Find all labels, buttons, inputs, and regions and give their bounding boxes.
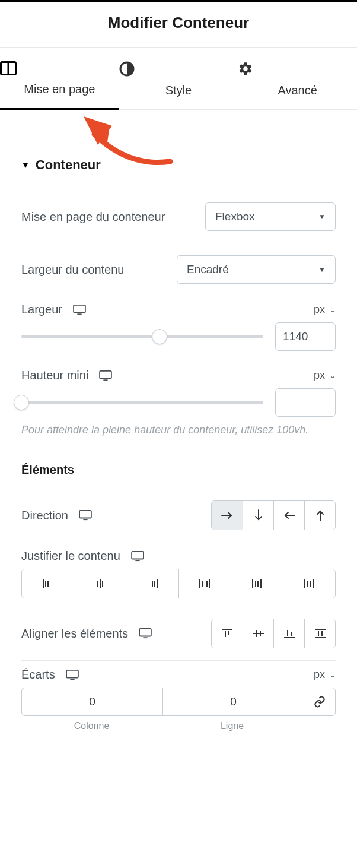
caret-down-icon: ▼ [21, 160, 30, 170]
slider-width[interactable] [21, 335, 263, 338]
select-value: Flexbox [215, 210, 255, 223]
tab-advanced[interactable]: Avancé [238, 48, 357, 109]
row-width-header: Largeur px ⌄ [21, 296, 336, 319]
row-justify-header: Justifier le contenu [21, 542, 336, 565]
direction-column-reverse[interactable] [304, 501, 335, 530]
align-stretch[interactable] [304, 619, 335, 648]
link-values-toggle[interactable] [304, 688, 336, 716]
label-gaps: Écarts [21, 668, 55, 682]
direction-column[interactable] [243, 501, 273, 530]
direction-row-reverse[interactable] [273, 501, 304, 530]
row-container-layout: Mise en page du conteneur Flexbox ▼ [21, 191, 336, 243]
svg-rect-10 [83, 519, 87, 520]
label-align: Aligner les éléments [21, 627, 128, 641]
chevron-down-icon: ⌄ [330, 306, 336, 314]
panel-title: Modifier Conteneur [0, 14, 357, 32]
row-content-width: Largeur du contenu Encadré ▼ [21, 243, 336, 296]
section-title: Conteneur [36, 157, 101, 173]
svg-rect-54 [70, 679, 74, 680]
chevron-down-icon: ▼ [318, 265, 326, 274]
hint-minheight: Pour atteindre la pleine hauteur du cont… [21, 423, 336, 438]
unit-select-gaps[interactable]: px ⌄ [314, 669, 336, 681]
responsive-icon[interactable] [73, 305, 86, 315]
svg-rect-39 [143, 637, 147, 638]
justify-space-between[interactable] [179, 569, 231, 598]
responsive-icon[interactable] [139, 628, 152, 639]
justify-space-around[interactable] [231, 569, 283, 598]
chevron-down-icon: ⌄ [330, 372, 336, 380]
tab-label: Mise en page [24, 83, 95, 96]
row-gaps-header: Écarts px ⌄ [21, 661, 336, 684]
svg-marker-3 [94, 128, 114, 148]
slider-thumb[interactable] [152, 329, 167, 344]
direction-group [211, 500, 336, 530]
align-center[interactable] [243, 619, 273, 648]
align-start[interactable] [212, 619, 243, 648]
svg-rect-53 [66, 670, 78, 678]
chevron-down-icon: ⌄ [330, 671, 336, 679]
gear-icon [238, 61, 357, 77]
responsive-icon[interactable] [66, 670, 79, 680]
svg-rect-7 [100, 370, 111, 378]
gaps-inputs [21, 688, 336, 716]
unit-value: px [314, 669, 325, 681]
svg-marker-4 [84, 116, 112, 145]
sublabel-row: Ligne [162, 721, 302, 731]
svg-rect-9 [79, 511, 91, 518]
unit-select-width[interactable]: px ⌄ [314, 303, 336, 316]
svg-rect-16 [135, 560, 139, 561]
gaps-sublabels: Colonne Ligne [21, 721, 336, 731]
row-direction: Direction [21, 489, 336, 542]
responsive-icon[interactable] [99, 370, 112, 381]
svg-rect-5 [74, 305, 85, 312]
tab-layout[interactable]: Mise en page [0, 48, 119, 109]
select-container-layout[interactable]: Flexbox ▼ [205, 202, 336, 231]
direction-row[interactable] [212, 501, 243, 530]
label-content-width: Largeur du contenu [21, 263, 124, 277]
label-justify: Justifier le contenu [21, 549, 120, 563]
responsive-icon[interactable] [79, 510, 92, 521]
row-minheight-header: Hauteur mini px ⌄ [21, 362, 336, 385]
unit-value: px [314, 369, 325, 382]
row-align: Aligner les éléments [21, 607, 336, 660]
heading-elements: Éléments [21, 463, 74, 477]
justify-center[interactable] [74, 569, 126, 598]
align-end[interactable] [273, 619, 304, 648]
unit-select-minheight[interactable]: px ⌄ [314, 369, 336, 382]
label-width: Largeur [21, 303, 62, 316]
input-gap-row[interactable] [162, 688, 304, 716]
input-minheight[interactable] [275, 388, 336, 417]
tab-label: Style [165, 84, 192, 97]
select-value: Encadré [187, 263, 229, 276]
unit-value: px [314, 303, 325, 316]
justify-space-evenly[interactable] [283, 569, 335, 598]
svg-rect-6 [77, 313, 81, 315]
svg-rect-15 [132, 552, 144, 559]
svg-rect-8 [104, 379, 108, 381]
tabs: Mise en page Style Avancé [0, 47, 357, 110]
panel-body: ▼ Conteneur Mise en page du conteneur Fl… [0, 110, 357, 743]
align-group [211, 619, 336, 648]
contrast-icon [119, 61, 238, 77]
svg-rect-38 [139, 629, 151, 636]
slider-thumb[interactable] [14, 395, 29, 410]
panel-header: Modifier Conteneur [0, 0, 357, 47]
chevron-down-icon: ▼ [318, 213, 326, 221]
label-direction: Direction [21, 509, 68, 522]
tab-style[interactable]: Style [119, 48, 238, 109]
responsive-icon[interactable] [131, 551, 144, 562]
justify-end[interactable] [126, 569, 178, 598]
label-container-layout: Mise en page du conteneur [21, 210, 165, 224]
input-width[interactable] [275, 322, 336, 351]
layout-icon [0, 61, 119, 75]
slider-minheight[interactable] [21, 401, 263, 404]
tab-label: Avancé [278, 84, 317, 97]
justify-group [21, 569, 336, 598]
sublabel-column: Colonne [21, 721, 162, 731]
select-content-width[interactable]: Encadré ▼ [177, 255, 336, 284]
input-gap-column[interactable] [21, 688, 162, 716]
row-elements-heading: Éléments [21, 451, 336, 489]
section-toggle-conteneur[interactable]: ▼ Conteneur [21, 157, 336, 173]
label-minheight: Hauteur mini [21, 369, 88, 382]
justify-start[interactable] [22, 569, 74, 598]
